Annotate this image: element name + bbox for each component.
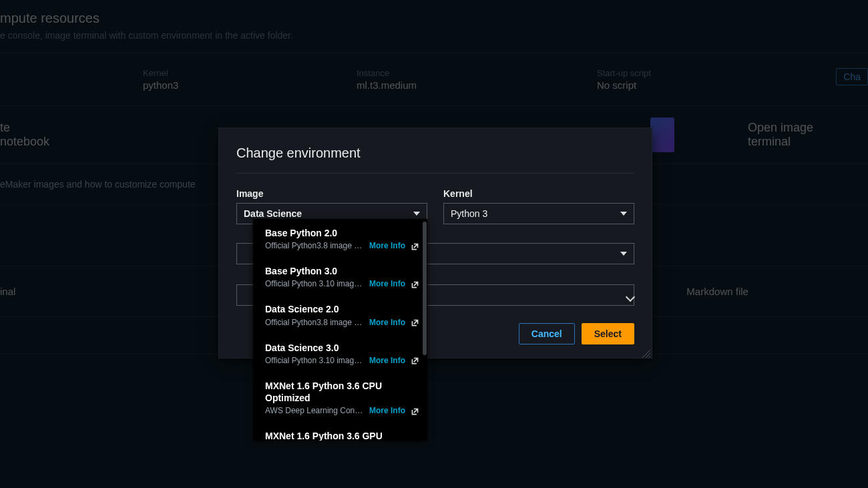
open-image-terminal-tile[interactable]: Open image terminal <box>748 121 855 149</box>
external-link-icon <box>411 242 419 250</box>
page-subtitle: e console, image terminal with custom en… <box>0 30 868 41</box>
terminal-tile[interactable]: inal <box>0 286 15 297</box>
image-option[interactable]: Data Science 2.0 Official Python3.8 imag… <box>253 295 427 333</box>
image-option-title: MXNet 1.6 Python 3.6 CPU Optimized <box>265 380 419 404</box>
image-option[interactable]: Data Science 3.0 Official Python 3.10 im… <box>253 334 427 372</box>
image-option-title: Data Science 2.0 <box>265 303 419 315</box>
image-option[interactable]: MXNet 1.6 Python 3.6 GPU <box>253 422 427 441</box>
external-link-icon <box>411 318 419 326</box>
select-button[interactable]: Select <box>582 323 634 344</box>
external-link-icon <box>411 407 419 415</box>
markdown-file-tile[interactable]: Markdown file <box>686 286 748 297</box>
caret-down-icon <box>620 252 627 256</box>
more-info-link[interactable]: More Info <box>369 406 405 415</box>
env-startup-script: Start-up script No script <box>597 68 784 91</box>
env-kernel: Kernel python3 <box>143 68 357 91</box>
kernel-select-value: Python 3 <box>451 208 487 219</box>
image-option-desc: AWS Deep Learning Conta… <box>265 406 364 415</box>
env-instance-value: ml.t3.medium <box>357 79 597 91</box>
external-link-icon <box>411 356 419 364</box>
image-dropdown-list[interactable]: Base Python 2.0 Official Python3.8 image… <box>253 219 427 441</box>
more-info-link[interactable]: More Info <box>369 241 405 250</box>
image-option[interactable]: Base Python 3.0 Official Python 3.10 ima… <box>253 257 427 295</box>
page-header: mpute resources e console, image termina… <box>0 11 868 53</box>
image-option-title: Base Python 3.0 <box>265 265 419 277</box>
image-field-label: Image <box>236 188 427 199</box>
image-option-desc: Official Python3.8 image f… <box>265 318 364 327</box>
image-option-title: Data Science 3.0 <box>265 342 419 354</box>
kernel-select[interactable]: Python 3 <box>443 203 634 224</box>
image-option-title: Base Python 2.0 <box>265 227 419 239</box>
env-script-label: Start-up script <box>597 68 784 78</box>
image-option-desc: Official Python3.8 image f… <box>265 241 364 250</box>
image-option-desc: Official Python 3.10 imag… <box>265 279 364 288</box>
kernel-field: Kernel Python 3 <box>443 188 634 224</box>
page-title: mpute resources <box>0 11 868 26</box>
image-option[interactable]: Base Python 2.0 Official Python3.8 image… <box>253 219 427 257</box>
image-select-value: Data Science <box>244 208 302 219</box>
image-terminal-thumb-icon <box>650 117 674 152</box>
external-link-icon <box>411 280 419 288</box>
environment-summary-row: Kernel python3 Instance ml.t3.medium Sta… <box>0 53 868 106</box>
more-info-link[interactable]: More Info <box>369 279 405 288</box>
env-instance-label: Instance <box>357 68 597 78</box>
cancel-button[interactable]: Cancel <box>519 323 575 344</box>
caret-down-icon <box>413 212 420 216</box>
kernel-field-label: Kernel <box>443 188 634 199</box>
env-kernel-value: python3 <box>143 79 357 91</box>
env-script-value: No script <box>597 79 784 91</box>
modal-title: Change environment <box>236 146 634 174</box>
more-info-link[interactable]: More Info <box>369 356 405 365</box>
caret-down-icon <box>620 212 627 216</box>
change-environment-button[interactable]: Cha <box>836 68 868 85</box>
env-instance: Instance ml.t3.medium <box>357 68 597 91</box>
create-notebook-tile[interactable]: te notebook <box>0 121 60 149</box>
image-option[interactable]: MXNet 1.6 Python 3.6 CPU Optimized AWS D… <box>253 372 427 422</box>
env-kernel-label: Kernel <box>143 68 357 78</box>
dropdown-scrollbar[interactable] <box>423 222 427 355</box>
image-option-desc: Official Python 3.10 imag… <box>265 356 364 365</box>
more-info-link[interactable]: More Info <box>369 318 405 327</box>
resize-handle-icon[interactable] <box>641 348 650 358</box>
image-option-title: MXNet 1.6 Python 3.6 GPU <box>265 430 419 441</box>
